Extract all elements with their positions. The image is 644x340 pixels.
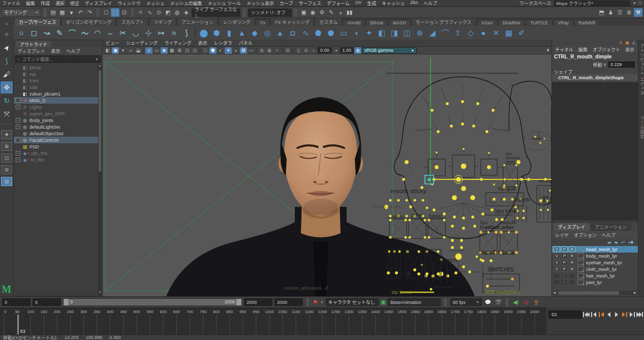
anim-layer-dropdown[interactable]: BaseAnimation [388, 298, 441, 306]
poly-diamond-icon[interactable]: ◆ [249, 27, 261, 39]
current-frame-field[interactable]: 53 [548, 311, 582, 319]
menu-編集[interactable]: 編集 [26, 0, 35, 7]
poly-cylinder-icon[interactable]: ▮ [223, 27, 235, 39]
graph-icon[interactable]: ∠ [632, 40, 636, 45]
layer-r-toggle[interactable]: R [569, 266, 575, 272]
make-live-icon[interactable]: ◈ [182, 8, 191, 17]
play-forwards-button[interactable] [614, 311, 620, 319]
textured-icon[interactable]: ◐ [217, 47, 224, 54]
field-chart-icon[interactable]: ⊞ [176, 47, 183, 54]
layer-p-toggle[interactable]: P [561, 246, 568, 252]
pause-icon[interactable]: ▮▮ [345, 8, 354, 17]
tab-tool-settings[interactable]: ツール設定 [639, 116, 644, 139]
layer-color-swatch[interactable] [577, 280, 584, 285]
paint-effects-icon[interactable]: ✎ [327, 8, 335, 17]
layer-color-swatch[interactable] [577, 246, 584, 252]
layer-tab-アニメーション[interactable]: アニメーション [590, 223, 631, 231]
snap-icons2[interactable]: ⊙ [302, 47, 310, 54]
panel-menu-シェーディング[interactable]: シェーディング [126, 40, 158, 46]
menu-Zkn[interactable]: Zkn [410, 0, 418, 7]
shelf-tab-TURTLE[interactable]: TURTLE [526, 19, 553, 26]
speed-icon[interactable]: ◉ [625, 40, 629, 45]
motion-blur-icon[interactable]: 〰 [248, 47, 255, 54]
shelf-tab-Redshift[interactable]: Redshift [574, 19, 600, 26]
layer-color-swatch[interactable] [577, 273, 584, 279]
move-layer-up-icon[interactable]: ◂▪ [607, 240, 611, 245]
snap-curve-icon[interactable]: ∿ [145, 8, 154, 17]
wireframe-icon[interactable]: ⬡ [202, 47, 209, 54]
camera-select-icon[interactable]: ◧ [104, 47, 111, 54]
poly-pyramid-icon[interactable]: ▲ [274, 27, 286, 39]
scroll-left-icon[interactable]: ◀ [553, 291, 556, 295]
snap-point-icon[interactable]: ⊙ [155, 8, 163, 17]
open-close-curve-icon[interactable]: ◡ [130, 27, 142, 39]
step-forward-key-button[interactable] [621, 311, 628, 319]
resolution-gate-icon[interactable]: ◙ [161, 47, 168, 54]
menu-デフォーム[interactable]: デフォーム [327, 0, 350, 7]
camera-attrs-icon[interactable]: ▣ [112, 47, 119, 54]
tool-settings-icon[interactable]: ⚒ [634, 8, 642, 17]
shelf-tab-リギング[interactable]: リギング [149, 18, 176, 26]
select-hierarchy-icon[interactable]: ⬡ [102, 8, 110, 17]
use-all-lights-icon[interactable]: ☀ [225, 47, 232, 54]
outliner-scrollbar[interactable]: ▲ ▼ [98, 64, 102, 296]
outliner-item-clth_RN[interactable]: +◆✕clth_RN [14, 150, 99, 157]
step-back-frame-button[interactable] [591, 311, 597, 319]
combine-icon[interactable]: ◧ [376, 27, 388, 39]
layer-color-swatch[interactable] [577, 266, 584, 272]
channelbox-menu-チャネル[interactable]: チャネル [555, 46, 573, 53]
select-object-icon[interactable]: ⬚ [111, 8, 119, 17]
layer-v-toggle[interactable] [554, 273, 560, 279]
section-grip[interactable] [294, 9, 297, 17]
shelf-tab-Fx[interactable]: Fx [256, 19, 270, 26]
range-end-handle[interactable] [236, 299, 241, 305]
range-slider[interactable]: 0 2000 [63, 298, 242, 306]
shelf-switcher[interactable]: ≡⚙ [0, 19, 13, 40]
panel-menu-パネル[interactable]: パネル [239, 40, 253, 46]
poly-helix-icon[interactable]: ∿ [299, 27, 312, 39]
attribute-value-field[interactable]: 0.229 [608, 61, 635, 68]
shaded-icon[interactable]: ⬢ [209, 47, 217, 54]
menu-選択[interactable]: 選択 [55, 0, 65, 7]
shadows-icon[interactable]: ◒ [232, 47, 239, 54]
extract-icon[interactable]: ◫ [401, 27, 413, 39]
shelf-tab-Deadline[interactable]: Deadline [498, 19, 526, 26]
channel-attribute-row[interactable]: 移動 Y 0.229 [552, 61, 638, 68]
menu-カーブ[interactable]: カーブ [280, 0, 293, 7]
outliner-menu-表示[interactable]: 表示 [51, 48, 60, 54]
bookmark-icon[interactable]: ▾ [119, 47, 127, 54]
panel-menu-collapse-icon[interactable]: ▼ [544, 47, 551, 54]
scroll-down-icon[interactable]: ▼ [98, 291, 102, 296]
layer-r-toggle[interactable]: R [569, 246, 575, 252]
offset-curve-icon[interactable]: ≈ [168, 27, 180, 39]
bridge-icon[interactable]: ⌒ [439, 27, 451, 39]
shelf-tab-Bifrost[interactable]: Bifrost [365, 19, 388, 26]
film-gate-icon[interactable]: ▭ [153, 47, 160, 54]
layer-v-toggle[interactable]: V [554, 260, 560, 265]
pin-icon[interactable]: ⚓ [619, 40, 623, 45]
nurbs-square-icon[interactable]: ◻ [28, 27, 40, 39]
layer-color-swatch[interactable] [577, 260, 584, 265]
layer-v-toggle[interactable]: V [554, 246, 560, 252]
shelf-tab-レンダリング[interactable]: レンダリング [219, 18, 255, 26]
shelf-tab-カーブ/サーフェス[interactable]: カーブ/サーフェス [14, 18, 60, 26]
joints-xray-icon[interactable]: ○ [273, 47, 281, 54]
select-component-icon[interactable]: ⊡ [120, 8, 129, 17]
scroll-up-icon[interactable]: ▲ [98, 64, 102, 69]
workspace-selector[interactable]: ワークスペース: Maya クラシック* ▼ ⚿ [519, 0, 644, 7]
poly-disc-icon[interactable]: ◖ [350, 27, 362, 39]
outliner-item-Body_joints[interactable]: +◎Body_joints [14, 117, 99, 123]
nurbs-circle-icon[interactable]: ○ [15, 27, 27, 39]
shelf-tab-Arnold[interactable]: Arnold [343, 19, 365, 26]
humanik-icon[interactable]: ♟ [606, 8, 615, 17]
rebuild-curve-icon[interactable]: ⟆ [180, 27, 193, 39]
animation-start-field[interactable]: 0 [2, 298, 30, 306]
shelf-tab-カスタム[interactable]: カスタム [315, 18, 342, 26]
layer-row-eyehair_mesh_lyr[interactable]: VPReyehair_mesh_lyr [552, 259, 638, 266]
step-back-key-button[interactable] [598, 311, 605, 319]
ipr-render-icon[interactable]: ◉ [309, 8, 317, 17]
outliner-item-defaultObjectSet[interactable]: ◎defaultObjectSet [14, 130, 99, 137]
scroll-right-icon[interactable]: ▶ [634, 291, 636, 295]
range-start-handle[interactable] [64, 299, 69, 305]
layer-menu-レイヤ[interactable]: レイヤ [555, 232, 569, 238]
